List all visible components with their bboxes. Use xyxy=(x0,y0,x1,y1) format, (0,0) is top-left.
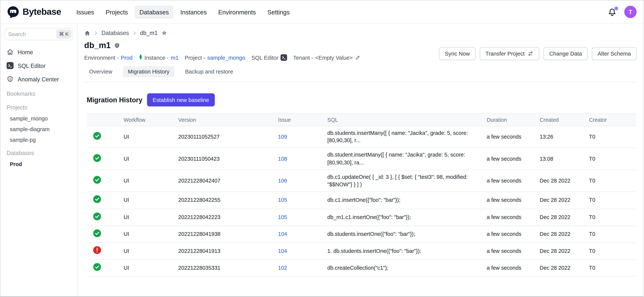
cell-sql: db.c1.insertOne({"foo": "bar"}); xyxy=(328,192,487,209)
sidebar-section-databases: Databases xyxy=(4,147,73,159)
col-sql: SQL xyxy=(328,114,487,126)
breadcrumb-databases[interactable]: Databases xyxy=(102,30,129,36)
transfer-arrows-icon xyxy=(528,51,534,57)
issue-link[interactable]: 104 xyxy=(278,248,287,254)
tab-backup-and-restore[interactable]: Backup and restore xyxy=(180,66,238,77)
success-check-icon xyxy=(93,154,101,162)
cell-creator: T0 xyxy=(589,226,636,243)
nav-item-projects[interactable]: Projects xyxy=(101,5,132,19)
breadcrumb-home-icon[interactable] xyxy=(84,30,90,36)
migration-row[interactable]: UI 20221228042255 105 db.c1.insertOne({"… xyxy=(87,192,636,209)
nav-item-settings[interactable]: Settings xyxy=(263,5,294,19)
nav-item-instances[interactable]: Instances xyxy=(176,5,211,19)
cell-created: 13:26 xyxy=(540,126,589,148)
transfer-project-button[interactable]: Transfer Project xyxy=(480,47,540,60)
issue-link[interactable]: 106 xyxy=(278,177,287,184)
cell-duration: a few seconds xyxy=(487,126,540,148)
cell-creator: T0 xyxy=(589,192,636,209)
sidebar-item-anomaly-center[interactable]: Anomaly Center xyxy=(4,72,73,86)
main-content: Databases db_m1 db_m1 xyxy=(78,24,643,296)
project-link[interactable]: sample_mongo xyxy=(208,55,246,61)
cell-duration: a few seconds xyxy=(487,148,540,170)
change-data-button[interactable]: Change Data xyxy=(544,47,588,60)
migration-row[interactable]: UI 20221228042407 106 db.c1.updateOne( {… xyxy=(87,170,636,192)
migration-row[interactable]: UI 20230111050423 108 db.student.insertM… xyxy=(87,148,636,170)
col-version: Version xyxy=(178,114,278,126)
sync-now-button[interactable]: Sync Now xyxy=(439,47,476,60)
success-check-icon xyxy=(93,229,101,237)
brand[interactable]: Bytebase xyxy=(7,6,61,18)
breadcrumb-db-m1[interactable]: db_m1 xyxy=(140,30,158,36)
migration-row[interactable]: UI 20221228041913 104 1. db.students.ins… xyxy=(87,243,636,260)
cell-version: 20230111052527 xyxy=(178,126,278,148)
cell-workflow: UI xyxy=(124,170,178,192)
terminal-icon xyxy=(6,62,14,69)
col-creator: Creator xyxy=(589,114,636,126)
instance-label: Instance - xyxy=(144,55,169,61)
issue-link[interactable]: 105 xyxy=(278,214,287,220)
success-check-icon xyxy=(93,263,101,271)
search-input[interactable] xyxy=(5,31,52,37)
transfer-project-label: Transfer Project xyxy=(485,51,524,57)
cell-sql: db.c1.updateOne( { _id: 3 }, [ { $set: {… xyxy=(328,170,487,192)
issue-link[interactable]: 108 xyxy=(278,156,287,162)
cell-created: Dec 28 2022 xyxy=(540,209,589,226)
cell-duration: a few seconds xyxy=(487,170,540,192)
cell-created: Dec 28 2022 xyxy=(540,260,589,277)
migration-row[interactable]: UI 20221228041938 104 db.students.insert… xyxy=(87,226,636,243)
nav-right: T xyxy=(607,6,636,18)
alter-schema-button[interactable]: Alter Schema xyxy=(592,47,637,60)
establish-baseline-button[interactable]: Establish new baseline xyxy=(147,93,215,106)
migration-row[interactable]: UI 20230111052527 109 db.students.insert… xyxy=(87,126,636,148)
cell-workflow: UI xyxy=(124,226,178,243)
sql-editor-label: SQL Editor xyxy=(251,55,278,61)
page-actions: Sync Now Transfer Project Change Data Al… xyxy=(439,47,637,60)
cell-sql: db_m1.c1.insertOne({"foo": "bar"}); xyxy=(328,209,487,226)
instance-link[interactable]: m1 xyxy=(171,55,178,61)
migration-row[interactable]: UI 20221228042223 105 db_m1.c1.insertOne… xyxy=(87,209,636,226)
cell-version: 20230111050423 xyxy=(178,148,278,170)
sidebar-item-sql-editor[interactable]: SQL Editor xyxy=(4,59,73,72)
avatar[interactable]: T xyxy=(624,6,637,18)
cell-version: 20221228041938 xyxy=(178,226,278,243)
nav-item-environments[interactable]: Environments xyxy=(214,5,260,19)
cell-duration: a few seconds xyxy=(487,209,540,226)
success-check-icon xyxy=(93,176,101,184)
issue-link[interactable]: 102 xyxy=(278,265,287,271)
sidebar-item-label: SQL Editor xyxy=(18,62,46,69)
breadcrumb: Databases db_m1 xyxy=(84,30,637,36)
issue-link[interactable]: 109 xyxy=(278,134,287,140)
sidebar-project-sample-mongo[interactable]: sample_mongo xyxy=(4,113,73,124)
sidebar-project-sample-diagram[interactable]: sample-diagram xyxy=(4,124,73,134)
bookmark-star-icon[interactable] xyxy=(161,30,168,36)
tab-migration-history[interactable]: Migration History xyxy=(123,66,174,77)
sidebar-database-prod[interactable]: Prod xyxy=(4,159,73,169)
sidebar-project-sample-pg[interactable]: sample-pg xyxy=(4,134,73,145)
sidebar: ⌘ K Home SQL xyxy=(0,24,78,296)
environment-link[interactable]: Prod xyxy=(121,55,132,61)
brand-name: Bytebase xyxy=(22,7,61,17)
issue-link[interactable]: 104 xyxy=(278,231,287,237)
cell-version: 20221228042407 xyxy=(178,170,278,192)
col-status xyxy=(87,114,124,126)
col-duration: Duration xyxy=(487,114,540,126)
main-nav: Issues Projects Databases Instances Envi… xyxy=(72,5,294,19)
nav-item-issues[interactable]: Issues xyxy=(72,5,99,19)
nav-item-databases[interactable]: Databases xyxy=(135,5,174,19)
cell-duration: a few seconds xyxy=(487,243,540,260)
col-workflow: Workflow xyxy=(124,114,178,126)
cell-creator: T0 xyxy=(589,126,636,148)
migration-history-table: Workflow Version Issue SQL Duration Crea… xyxy=(87,114,636,277)
edit-tenant-pencil-icon[interactable] xyxy=(355,55,360,60)
tab-overview[interactable]: Overview xyxy=(84,66,117,77)
migration-row[interactable]: UI 20221228035331 102 db.createCollectio… xyxy=(87,260,636,277)
issue-link[interactable]: 105 xyxy=(278,197,287,203)
cell-created: Dec 28 2022 xyxy=(540,243,589,260)
sidebar-item-home[interactable]: Home xyxy=(4,45,73,59)
mongodb-leaf-icon xyxy=(139,54,142,61)
sql-editor-icon[interactable] xyxy=(280,54,287,61)
notifications-bell-icon[interactable] xyxy=(607,7,617,17)
cell-created: Dec 28 2022 xyxy=(540,170,589,192)
tenant-value: <Empty Value> xyxy=(315,55,353,61)
search-box[interactable]: ⌘ K xyxy=(4,28,73,40)
